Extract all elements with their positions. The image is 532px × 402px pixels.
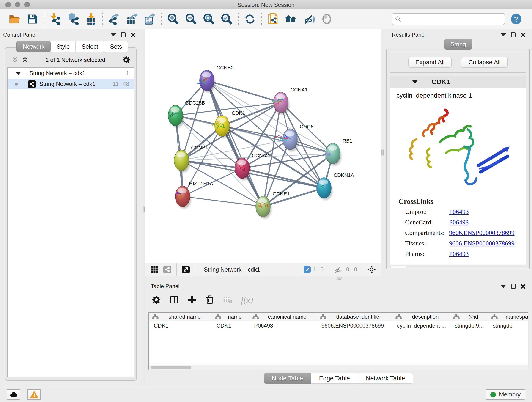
show-hide-button[interactable]	[300, 12, 318, 26]
panel-close-icon[interactable]	[131, 32, 136, 37]
zoom-in-button[interactable]	[164, 12, 182, 26]
selected-nodes-checkbox[interactable]	[304, 266, 311, 273]
network-share-button[interactable]	[163, 265, 172, 274]
import-network-file-button[interactable]	[46, 12, 64, 26]
network-node-CCNB2[interactable]	[197, 70, 215, 93]
column-header-name[interactable]: name	[211, 313, 249, 321]
scrollbar-thumb[interactable]	[151, 366, 191, 369]
network-node-CCNA2[interactable]	[235, 158, 250, 180]
results-scrollbar[interactable]	[390, 266, 406, 268]
column-header-description[interactable]: description	[392, 313, 450, 321]
expand-all-button[interactable]: Expand All	[408, 57, 452, 68]
network-collection-row[interactable]: String Network – cdk1 1	[8, 68, 134, 79]
network-edge[interactable]	[242, 168, 324, 188]
clipboard-share-button[interactable]	[264, 12, 282, 26]
column-header-namespace[interactable]: namespace	[488, 313, 528, 321]
show-columns-icon[interactable]	[170, 295, 179, 304]
zoom-selected-button[interactable]	[218, 12, 236, 26]
tab-edge-table[interactable]: Edge Table	[311, 373, 358, 384]
section-expander-icon[interactable]	[412, 80, 418, 83]
right-splitter-handle[interactable]	[381, 149, 384, 156]
left-splitter-handle[interactable]	[143, 206, 145, 213]
node-table[interactable]: shared namenamecanonical namedatabase id…	[148, 313, 528, 370]
save-session-button[interactable]	[23, 12, 41, 26]
memory-button[interactable]: Memory	[486, 389, 525, 400]
crosslink-link[interactable]: P06493	[449, 219, 469, 226]
panel-close-icon[interactable]	[520, 284, 526, 289]
collapse-all-button[interactable]: Collapse All	[461, 57, 508, 68]
tab-network[interactable]: Network	[17, 41, 51, 52]
grid-view-button[interactable]	[150, 265, 159, 274]
node-section-header[interactable]: CDK1	[390, 76, 526, 88]
collection-expander-icon[interactable]	[16, 72, 21, 75]
table-cell[interactable]: P06493	[249, 322, 317, 329]
warnings-button[interactable]	[27, 389, 41, 400]
delete-column-icon[interactable]	[205, 295, 215, 304]
table-cell[interactable]: CDK1	[211, 322, 249, 329]
column-header-shared-name[interactable]: shared name	[149, 313, 211, 321]
panel-float-icon[interactable]	[511, 284, 515, 289]
network-node-CCNA1[interactable]	[272, 92, 289, 115]
export-image-button[interactable]	[141, 12, 159, 26]
add-column-icon[interactable]	[187, 295, 196, 304]
tab-network-table[interactable]: Network Table	[358, 373, 413, 384]
panel-close-icon[interactable]	[520, 32, 526, 37]
network-node-RB1[interactable]	[325, 143, 341, 166]
tab-string[interactable]: String	[444, 39, 472, 50]
network-edge[interactable]	[207, 80, 263, 206]
panel-float-icon[interactable]	[121, 32, 126, 37]
network-edge[interactable]	[183, 196, 263, 206]
column-header--id[interactable]: @id	[450, 313, 488, 321]
crosslink-link[interactable]: P06493	[449, 208, 469, 216]
table-cell[interactable]: CDK1	[149, 322, 211, 329]
panel-menu-icon[interactable]	[501, 285, 506, 288]
zoom-fit-button[interactable]	[200, 12, 218, 26]
network-node-CCNE1[interactable]	[256, 196, 271, 219]
table-cell[interactable]: cyclin–dependent ...	[392, 322, 450, 329]
bottom-splitter-handle[interactable]	[337, 277, 342, 280]
preview-button[interactable]	[318, 12, 336, 26]
tab-select[interactable]: Select	[75, 41, 104, 52]
refresh-button[interactable]	[241, 12, 259, 26]
left-splitter[interactable]	[143, 29, 145, 387]
table-row[interactable]: CDK1CDK1P064939606.ENSP00000378699cyclin…	[149, 321, 528, 330]
open-session-button[interactable]	[6, 12, 23, 26]
network-edge[interactable]	[263, 188, 324, 206]
tab-sets[interactable]: Sets	[104, 41, 128, 52]
column-header-canonical-name[interactable]: canonical name	[249, 313, 317, 321]
expand-all-icon[interactable]	[22, 56, 28, 63]
crosslink-link[interactable]: 9606.ENSP00000378699	[449, 240, 514, 247]
table-options-gear-icon[interactable]	[152, 295, 161, 304]
network-node-CCNB1[interactable]	[174, 150, 190, 172]
network-options-gear-icon[interactable]	[122, 56, 130, 64]
detach-view-button[interactable]	[181, 265, 190, 274]
table-cell[interactable]: 9606.ENSP00000378699	[317, 322, 392, 329]
table-cell[interactable]: stringdb:9...	[450, 322, 488, 329]
import-network-database-button[interactable]	[64, 12, 82, 26]
table-cell[interactable]: stringdb	[488, 322, 528, 329]
import-table-button[interactable]	[82, 12, 100, 26]
tab-style[interactable]: Style	[50, 41, 76, 52]
zoom-out-button[interactable]	[182, 12, 200, 26]
network-node-CDK1[interactable]	[212, 115, 230, 138]
bottom-splitter[interactable]	[145, 276, 532, 281]
help-button[interactable]: ?	[511, 14, 521, 24]
export-network-button[interactable]	[105, 12, 123, 26]
export-table-button[interactable]	[123, 12, 141, 26]
crosslink-link[interactable]: 9606.ENSP00000378699	[449, 229, 514, 236]
tab-node-table[interactable]: Node Table	[264, 373, 311, 384]
home-button[interactable]	[282, 12, 300, 26]
network-row[interactable]: String Network – cdk1 11 48	[8, 79, 134, 89]
right-splitter[interactable]	[381, 29, 384, 276]
crosslink-link[interactable]: P06493	[449, 250, 469, 258]
column-header-database-identifier[interactable]: database identifier	[317, 313, 392, 321]
hidden-items-icon[interactable]	[333, 265, 342, 274]
network-edge[interactable]	[207, 80, 281, 102]
network-node-HIST1H1A[interactable]	[175, 186, 191, 209]
panel-float-icon[interactable]	[511, 32, 515, 37]
birdseye-navigator-button[interactable]	[367, 265, 376, 274]
collapse-all-icon[interactable]	[12, 56, 18, 63]
search-input[interactable]	[392, 13, 505, 25]
cloud-status-button[interactable]	[7, 389, 20, 400]
panel-menu-icon[interactable]	[111, 33, 116, 36]
